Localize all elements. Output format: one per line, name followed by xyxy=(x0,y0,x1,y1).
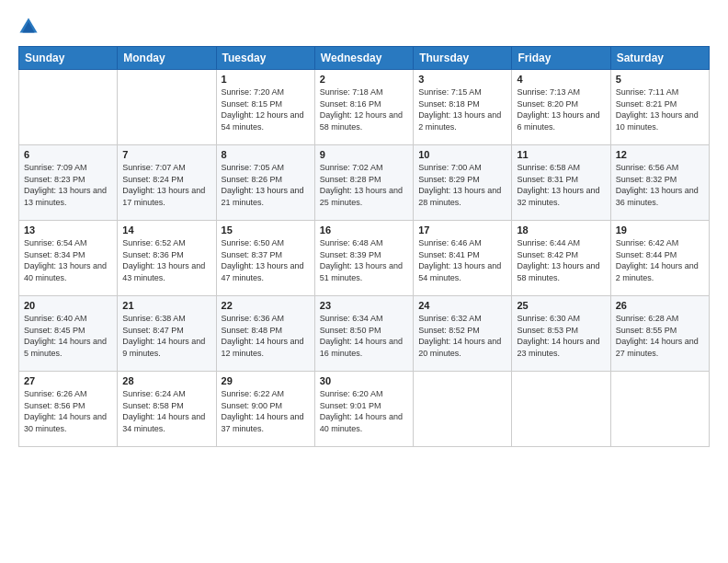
calendar-day-cell: 8Sunrise: 7:05 AMSunset: 8:26 PMDaylight… xyxy=(216,145,314,221)
calendar-day-cell xyxy=(19,70,118,145)
day-number: 2 xyxy=(320,74,408,85)
calendar-day-cell: 21Sunrise: 6:38 AMSunset: 8:47 PMDayligh… xyxy=(118,296,216,372)
day-number: 15 xyxy=(222,224,310,236)
day-number: 6 xyxy=(24,149,112,160)
day-info: Sunrise: 7:02 AMSunset: 8:28 PMDaylight:… xyxy=(320,162,408,208)
day-number: 10 xyxy=(418,149,506,160)
day-info: Sunrise: 6:28 AMSunset: 8:55 PMDaylight:… xyxy=(616,313,704,359)
logo-icon xyxy=(18,17,39,37)
day-number: 11 xyxy=(517,149,605,160)
calendar-day-cell: 29Sunrise: 6:22 AMSunset: 9:00 PMDayligh… xyxy=(216,372,314,447)
day-info: Sunrise: 6:50 AMSunset: 8:37 PMDaylight:… xyxy=(222,237,310,283)
weekday-header: Thursday xyxy=(414,47,512,70)
day-number: 13 xyxy=(24,224,112,236)
day-info: Sunrise: 7:09 AMSunset: 8:23 PMDaylight:… xyxy=(24,162,112,208)
day-info: Sunrise: 6:54 AMSunset: 8:34 PMDaylight:… xyxy=(24,237,112,283)
calendar-week-row: 1Sunrise: 7:20 AMSunset: 8:15 PMDaylight… xyxy=(19,70,710,145)
day-number: 20 xyxy=(24,300,112,311)
day-info: Sunrise: 7:11 AMSunset: 8:21 PMDaylight:… xyxy=(616,86,704,132)
day-number: 17 xyxy=(418,224,506,236)
calendar-day-cell: 4Sunrise: 7:13 AMSunset: 8:20 PMDaylight… xyxy=(512,70,610,145)
day-info: Sunrise: 7:18 AMSunset: 8:16 PMDaylight:… xyxy=(320,86,408,132)
calendar-day-cell: 24Sunrise: 6:32 AMSunset: 8:52 PMDayligh… xyxy=(414,296,512,372)
day-info: Sunrise: 6:48 AMSunset: 8:39 PMDaylight:… xyxy=(320,237,408,283)
day-number: 24 xyxy=(418,300,506,311)
day-info: Sunrise: 6:32 AMSunset: 8:52 PMDaylight:… xyxy=(418,313,506,359)
day-number: 1 xyxy=(222,74,310,85)
day-info: Sunrise: 6:20 AMSunset: 9:01 PMDaylight:… xyxy=(320,388,408,434)
day-number: 5 xyxy=(616,74,704,85)
day-number: 7 xyxy=(122,149,210,160)
calendar-day-cell: 25Sunrise: 6:30 AMSunset: 8:53 PMDayligh… xyxy=(512,296,610,372)
day-number: 23 xyxy=(320,300,408,311)
calendar-day-cell: 1Sunrise: 7:20 AMSunset: 8:15 PMDaylight… xyxy=(216,70,314,145)
header xyxy=(18,17,710,37)
day-number: 25 xyxy=(517,300,605,311)
calendar-day-cell: 27Sunrise: 6:26 AMSunset: 8:56 PMDayligh… xyxy=(19,372,118,447)
calendar-day-cell xyxy=(118,70,216,145)
calendar-day-cell: 23Sunrise: 6:34 AMSunset: 8:50 PMDayligh… xyxy=(314,296,413,372)
calendar-day-cell: 3Sunrise: 7:15 AMSunset: 8:18 PMDaylight… xyxy=(414,70,512,145)
day-number: 29 xyxy=(222,375,310,386)
day-number: 30 xyxy=(320,375,408,386)
day-number: 26 xyxy=(616,300,704,311)
day-number: 16 xyxy=(320,224,408,236)
day-number: 18 xyxy=(517,224,605,236)
calendar-week-row: 13Sunrise: 6:54 AMSunset: 8:34 PMDayligh… xyxy=(19,221,710,296)
calendar-day-cell: 6Sunrise: 7:09 AMSunset: 8:23 PMDaylight… xyxy=(19,145,118,221)
day-info: Sunrise: 6:34 AMSunset: 8:50 PMDaylight:… xyxy=(320,313,408,359)
calendar-day-cell: 19Sunrise: 6:42 AMSunset: 8:44 PMDayligh… xyxy=(610,221,709,296)
calendar-day-cell: 7Sunrise: 7:07 AMSunset: 8:24 PMDaylight… xyxy=(118,145,216,221)
calendar-day-cell: 28Sunrise: 6:24 AMSunset: 8:58 PMDayligh… xyxy=(118,372,216,447)
calendar-day-cell: 9Sunrise: 7:02 AMSunset: 8:28 PMDaylight… xyxy=(314,145,413,221)
calendar-day-cell: 15Sunrise: 6:50 AMSunset: 8:37 PMDayligh… xyxy=(216,221,314,296)
day-number: 19 xyxy=(616,224,704,236)
logo xyxy=(18,17,42,37)
calendar-day-cell: 2Sunrise: 7:18 AMSunset: 8:16 PMDaylight… xyxy=(314,70,413,145)
page: SundayMondayTuesdayWednesdayThursdayFrid… xyxy=(0,0,728,563)
day-info: Sunrise: 6:36 AMSunset: 8:48 PMDaylight:… xyxy=(222,313,310,359)
calendar-day-cell: 22Sunrise: 6:36 AMSunset: 8:48 PMDayligh… xyxy=(216,296,314,372)
calendar-day-cell: 12Sunrise: 6:56 AMSunset: 8:32 PMDayligh… xyxy=(610,145,709,221)
day-info: Sunrise: 6:56 AMSunset: 8:32 PMDaylight:… xyxy=(616,162,704,208)
calendar-day-cell: 5Sunrise: 7:11 AMSunset: 8:21 PMDaylight… xyxy=(610,70,709,145)
weekday-header: Wednesday xyxy=(314,47,413,70)
day-info: Sunrise: 7:15 AMSunset: 8:18 PMDaylight:… xyxy=(418,86,506,132)
weekday-header: Sunday xyxy=(19,47,118,70)
day-info: Sunrise: 7:05 AMSunset: 8:26 PMDaylight:… xyxy=(222,162,310,208)
day-info: Sunrise: 7:07 AMSunset: 8:24 PMDaylight:… xyxy=(122,162,210,208)
day-info: Sunrise: 7:13 AMSunset: 8:20 PMDaylight:… xyxy=(517,86,605,132)
day-info: Sunrise: 7:00 AMSunset: 8:29 PMDaylight:… xyxy=(418,162,506,208)
day-number: 27 xyxy=(24,375,112,386)
calendar-week-row: 27Sunrise: 6:26 AMSunset: 8:56 PMDayligh… xyxy=(19,372,710,447)
day-info: Sunrise: 6:40 AMSunset: 8:45 PMDaylight:… xyxy=(24,313,112,359)
day-number: 3 xyxy=(418,74,506,85)
day-info: Sunrise: 6:30 AMSunset: 8:53 PMDaylight:… xyxy=(517,313,605,359)
calendar-header-row: SundayMondayTuesdayWednesdayThursdayFrid… xyxy=(19,47,710,70)
day-info: Sunrise: 6:22 AMSunset: 9:00 PMDaylight:… xyxy=(222,388,310,434)
calendar-day-cell: 26Sunrise: 6:28 AMSunset: 8:55 PMDayligh… xyxy=(610,296,709,372)
calendar-day-cell: 30Sunrise: 6:20 AMSunset: 9:01 PMDayligh… xyxy=(314,372,413,447)
day-info: Sunrise: 6:44 AMSunset: 8:42 PMDaylight:… xyxy=(517,237,605,283)
day-info: Sunrise: 6:52 AMSunset: 8:36 PMDaylight:… xyxy=(122,237,210,283)
calendar-day-cell: 18Sunrise: 6:44 AMSunset: 8:42 PMDayligh… xyxy=(512,221,610,296)
calendar-day-cell: 10Sunrise: 7:00 AMSunset: 8:29 PMDayligh… xyxy=(414,145,512,221)
calendar-day-cell xyxy=(610,372,709,447)
day-info: Sunrise: 6:46 AMSunset: 8:41 PMDaylight:… xyxy=(418,237,506,283)
day-number: 8 xyxy=(222,149,310,160)
calendar-day-cell: 14Sunrise: 6:52 AMSunset: 8:36 PMDayligh… xyxy=(118,221,216,296)
day-number: 14 xyxy=(122,224,210,236)
day-number: 28 xyxy=(122,375,210,386)
day-number: 21 xyxy=(122,300,210,311)
weekday-header: Saturday xyxy=(610,47,709,70)
day-number: 9 xyxy=(320,149,408,160)
calendar-day-cell: 17Sunrise: 6:46 AMSunset: 8:41 PMDayligh… xyxy=(414,221,512,296)
calendar-week-row: 6Sunrise: 7:09 AMSunset: 8:23 PMDaylight… xyxy=(19,145,710,221)
weekday-header: Monday xyxy=(118,47,216,70)
calendar-day-cell: 20Sunrise: 6:40 AMSunset: 8:45 PMDayligh… xyxy=(19,296,118,372)
day-info: Sunrise: 6:26 AMSunset: 8:56 PMDaylight:… xyxy=(24,388,112,434)
day-number: 4 xyxy=(517,74,605,85)
calendar: SundayMondayTuesdayWednesdayThursdayFrid… xyxy=(18,46,710,447)
day-number: 22 xyxy=(222,300,310,311)
calendar-day-cell xyxy=(512,372,610,447)
